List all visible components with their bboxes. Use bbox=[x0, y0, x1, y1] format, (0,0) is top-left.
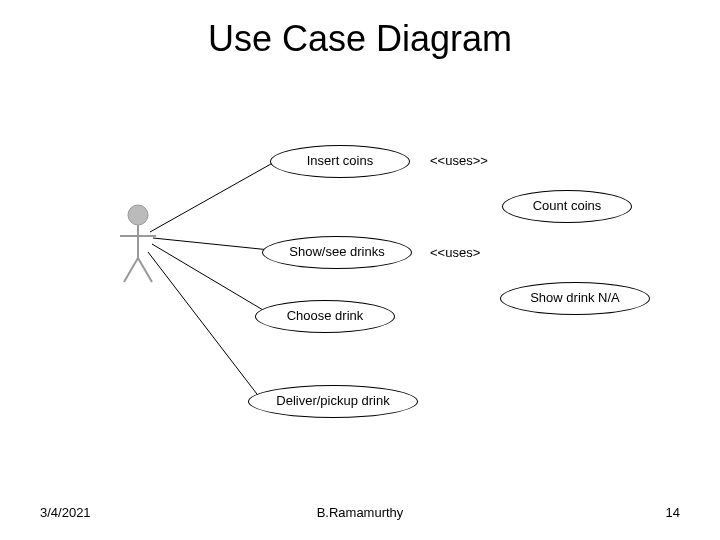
svg-line-4 bbox=[138, 258, 152, 282]
usecase-label: Count coins bbox=[533, 199, 602, 213]
usecase-insert-coins: Insert coins bbox=[270, 145, 410, 178]
svg-line-6 bbox=[153, 238, 270, 250]
usecase-label: Choose drink bbox=[287, 309, 364, 323]
usecase-deliver-pickup: Deliver/pickup drink bbox=[248, 385, 418, 418]
usecase-show-see-drinks: Show/see drinks bbox=[262, 236, 412, 269]
footer-page: 14 bbox=[666, 505, 680, 520]
footer-date: 3/4/2021 bbox=[40, 505, 91, 520]
relation-uses-1: <<uses>> bbox=[430, 153, 488, 168]
diagram-canvas bbox=[0, 0, 720, 540]
svg-line-7 bbox=[152, 244, 263, 310]
svg-point-0 bbox=[128, 205, 148, 225]
svg-line-3 bbox=[124, 258, 138, 282]
footer-author: B.Ramamurthy bbox=[317, 505, 404, 520]
actor-icon bbox=[120, 205, 156, 282]
usecase-choose-drink: Choose drink bbox=[255, 300, 395, 333]
usecase-count-coins: Count coins bbox=[502, 190, 632, 223]
usecase-label: Deliver/pickup drink bbox=[276, 394, 389, 408]
usecase-label: Show drink N/A bbox=[530, 291, 620, 305]
svg-line-5 bbox=[150, 160, 278, 232]
usecase-show-drink-na: Show drink N/A bbox=[500, 282, 650, 315]
relation-uses-2: <<uses> bbox=[430, 245, 480, 260]
usecase-label: Show/see drinks bbox=[289, 245, 384, 259]
svg-line-8 bbox=[148, 252, 260, 398]
usecase-label: Insert coins bbox=[307, 154, 373, 168]
